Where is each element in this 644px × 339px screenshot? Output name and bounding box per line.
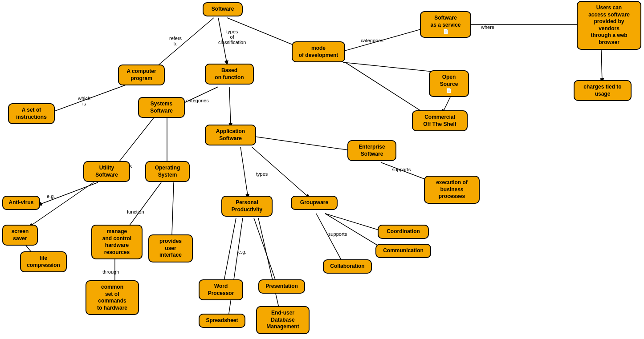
node-commercial-shelf[interactable]: CommercialOff The Shelf [412, 110, 468, 131]
label-supports-ent: supports [392, 167, 411, 172]
svg-line-15 [240, 147, 248, 198]
label-eg-util: e.g. [47, 194, 55, 199]
node-presentation[interactable]: Presentation [258, 279, 305, 294]
node-execution-business[interactable]: execution ofbusinessprocesses [424, 176, 480, 204]
svg-line-16 [252, 147, 310, 198]
node-enterprise-software[interactable]: EnterpriseSoftware [347, 140, 396, 161]
label-supports-grp: supports [328, 231, 347, 237]
node-word-processor[interactable]: WordProcessor [199, 279, 243, 300]
node-end-user-db[interactable]: End-userDatabaseManagement [256, 306, 310, 334]
label-where: where [481, 24, 494, 30]
label-function: function [127, 209, 144, 214]
node-operating-system[interactable]: OperatingSystem [145, 161, 190, 182]
node-software[interactable]: Software [203, 2, 243, 16]
svg-line-10 [601, 50, 602, 82]
node-manage-hardware[interactable]: manageand controlhardwareresources [91, 225, 143, 259]
label-categories-md: categories [361, 38, 383, 43]
node-charges-usage[interactable]: charges tied tousage [574, 80, 632, 101]
node-open-source[interactable]: OpenSource📄 [429, 70, 469, 97]
node-groupware[interactable]: Groupware [291, 196, 338, 210]
label-through: through [102, 269, 119, 274]
label-types-classification: typesofclassification [218, 29, 246, 45]
concept-map-canvas: refersto typesofclassification whichis c… [0, 0, 644, 339]
label-categories-bf: categories [186, 98, 209, 103]
node-file-compression[interactable]: filecompression [20, 251, 67, 272]
svg-line-3 [218, 18, 227, 65]
svg-line-17 [38, 182, 98, 205]
svg-line-2 [45, 85, 127, 115]
node-antivirus[interactable]: Anti-virus [2, 196, 40, 210]
node-application-software[interactable]: ApplicationSoftware [205, 125, 256, 145]
node-coordination[interactable]: Coordination [378, 225, 429, 239]
node-common-commands[interactable]: commonset ofcommandsto hardware [86, 280, 139, 315]
label-eg-pp: e.g. [238, 249, 246, 254]
svg-line-5 [229, 87, 231, 127]
label-refers-to: refersto [169, 36, 182, 46]
node-systems-software[interactable]: SystemsSoftware [138, 97, 185, 118]
node-spreadsheet[interactable]: Spreadsheet [199, 314, 245, 328]
node-collaboration[interactable]: Collaboration [323, 259, 372, 274]
label-types-app: types [256, 171, 268, 177]
node-screen-saver[interactable]: screensaver [2, 225, 38, 246]
node-provides-ui[interactable]: providesuserinterface [148, 234, 193, 262]
svg-line-26 [258, 218, 281, 319]
node-based-function[interactable]: Basedon function [205, 64, 254, 85]
node-users-access[interactable]: Users canaccess softwareprovided byvendo… [577, 1, 641, 50]
node-utility-software[interactable]: UtilitySoftware [83, 161, 130, 182]
label-which-is: whichis [78, 96, 90, 106]
svg-line-14 [255, 137, 363, 152]
node-software-service[interactable]: Softwareas a service📄 [420, 11, 471, 38]
node-set-instructions[interactable]: A set ofinstructions [8, 103, 55, 124]
node-personal-productivity[interactable]: PersonalProductivity [221, 196, 273, 217]
node-mode-development[interactable]: modeof development [292, 41, 345, 62]
node-communication[interactable]: Communication [375, 244, 431, 258]
node-computer-program[interactable]: A computerprogram [118, 65, 165, 85]
svg-line-24 [227, 218, 243, 326]
